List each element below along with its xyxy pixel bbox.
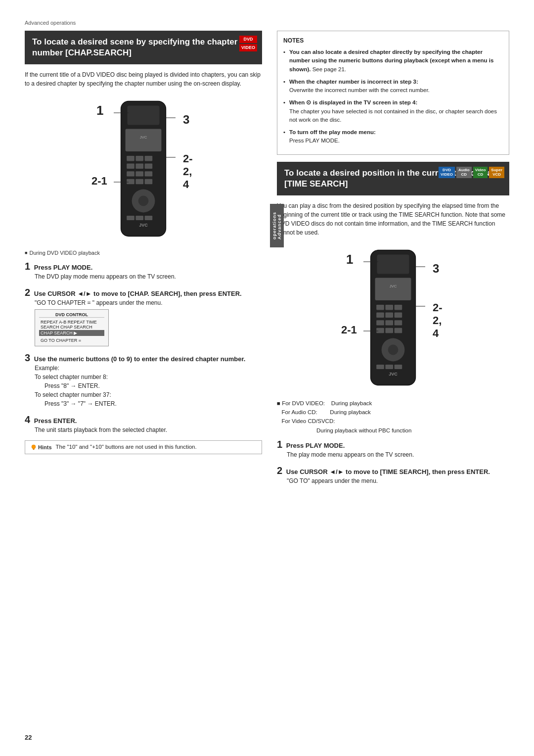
svg-rect-38: [376, 320, 384, 325]
hints-icon: [30, 444, 37, 451]
right-intro-text: You can play a disc from the desired pos…: [277, 201, 509, 237]
label-1-right: 1: [346, 252, 353, 267]
svg-rect-35: [376, 312, 384, 317]
svg-rect-18: [127, 216, 134, 220]
svg-point-26: [32, 445, 36, 449]
step-1-right: 1 Press PLAY MODE. The play mode menu ap…: [277, 439, 509, 459]
svg-rect-2: [126, 129, 162, 152]
dvd-video-badge-r: DVDVIDEO: [439, 167, 455, 178]
note-item-4: To turn off the play mode menu: Press PL…: [283, 128, 503, 145]
svg-rect-36: [385, 312, 393, 317]
svg-text:JVC: JVC: [389, 372, 398, 377]
step-1-left: 1 Press PLAY MODE. The DVD play mode men…: [25, 261, 262, 281]
side-tab: Advanced operations: [270, 204, 284, 247]
svg-rect-37: [395, 312, 402, 317]
svg-rect-30: [375, 278, 411, 300]
menu-graphic: DVD CONTROL REPEAT A-B REPEAT TIME SEARC…: [35, 309, 109, 346]
svg-rect-48: [395, 365, 402, 369]
svg-rect-10: [127, 171, 134, 176]
svg-rect-40: [395, 320, 402, 325]
svg-rect-13: [127, 179, 134, 184]
svg-point-17: [138, 196, 149, 206]
svg-rect-8: [135, 164, 143, 169]
audio-cd-badge-r: AudioCD: [456, 167, 472, 178]
dvd-video-badge2: VIDEO: [239, 44, 257, 51]
svg-rect-15: [145, 179, 153, 184]
svg-rect-5: [135, 156, 143, 161]
left-intro-text: If the current title of a DVD VIDEO disc…: [25, 70, 262, 88]
right-section-header: To locate a desired position in the curr…: [277, 162, 509, 195]
step-2-left: 2 Use CURSOR ◄/► to move to [CHAP. SEARC…: [25, 287, 262, 346]
hints-text: The "10" and "+10" buttons are not used …: [56, 444, 197, 450]
dvd-video-badge: DVD: [239, 36, 257, 43]
svg-rect-46: [376, 365, 384, 369]
svg-rect-12: [145, 171, 153, 176]
svg-rect-20: [145, 216, 153, 220]
page-number: 22: [25, 734, 32, 741]
svg-rect-42: [385, 328, 393, 332]
page: Advanced operations To locate a desired …: [0, 0, 534, 756]
hints-box: Hints The "10" and "+10" buttons are not…: [25, 440, 262, 454]
svg-text:JVC: JVC: [390, 284, 397, 288]
svg-rect-7: [127, 164, 134, 169]
remote-container-right: 1 3 2-2, 4 2-1 JVC: [361, 247, 425, 390]
breadcrumb: Advanced operations: [25, 20, 509, 26]
notes-box: NOTES You can also locate a desired chap…: [277, 31, 509, 155]
svg-rect-1: [128, 106, 160, 125]
svg-rect-41: [376, 328, 384, 332]
right-column: Advanced operations NOTES You can also l…: [277, 31, 509, 491]
svg-rect-11: [135, 171, 143, 176]
svg-rect-33: [385, 305, 393, 310]
remote-svg-left: JVC: [111, 98, 176, 239]
remote-wrapper-right: 1 3 2-2, 4 2-1 JVC: [277, 242, 509, 395]
remote-wrapper-left: 1 3 2-2, 4 2-1 JVC: [25, 93, 262, 246]
label-22-4-left: 2-2, 4: [183, 152, 193, 191]
playback-details: ■ For DVD VIDEO: During playback For Aud…: [277, 399, 509, 435]
svg-rect-19: [135, 216, 143, 220]
step-4-detail: The unit starts playback from the select…: [35, 425, 262, 434]
svg-text:JVC: JVC: [140, 135, 147, 140]
step-1-right-detail: The play mode menu appears on the TV scr…: [287, 450, 509, 459]
svg-rect-32: [376, 305, 384, 310]
svg-rect-29: [377, 254, 409, 274]
left-section-header: To locate a desired scene by specifying …: [25, 31, 262, 64]
note-item-2: When the chapter number is incorrect in …: [283, 78, 503, 95]
video-cd-badge-r: VideoCD: [473, 167, 488, 178]
hints-label: Hints: [30, 444, 52, 451]
remote-container-left: 1 3 2-2, 4 2-1 JVC: [111, 98, 176, 241]
svg-rect-43: [395, 328, 402, 332]
step-2-detail: "GO TO CHAPTER = " appears under the men…: [35, 298, 262, 307]
svg-rect-14: [135, 179, 143, 184]
badge-row-left: DVD VIDEO: [239, 36, 257, 51]
badge-row-right: DVDVIDEO AudioCD VideoCD SuperVCD: [439, 167, 504, 178]
svg-text:JVC: JVC: [139, 223, 148, 228]
notes-list: You can also locate a desired chapter di…: [283, 48, 503, 145]
label-3-left: 3: [183, 113, 189, 127]
playback-label-left: During DVD VIDEO playback: [25, 250, 262, 256]
svg-rect-6: [145, 156, 153, 161]
note-item-3: When ⊙ is displayed in the TV screen in …: [283, 98, 503, 124]
label-21-right: 2-1: [341, 324, 357, 336]
step-3-left: 3 Use the numeric buttons (0 to 9) to en…: [25, 352, 262, 408]
label-22-4-right: 2-2, 4: [433, 301, 443, 340]
step-2-right: 2 Use CURSOR ◄/► to move to [TIME SEARCH…: [277, 465, 509, 485]
label-21-left: 2-1: [91, 175, 107, 188]
super-vcd-badge-r: SuperVCD: [489, 167, 504, 178]
notes-title: NOTES: [283, 36, 503, 45]
svg-rect-4: [127, 156, 134, 161]
svg-rect-47: [385, 365, 393, 369]
step-2-right-detail: "GO TO" appears under the menu.: [287, 476, 509, 485]
svg-rect-9: [145, 164, 153, 169]
label-3-right: 3: [433, 262, 439, 276]
svg-rect-34: [395, 305, 402, 310]
svg-rect-39: [385, 320, 393, 325]
note-item-1: You can also locate a desired chapter di…: [283, 48, 503, 74]
label-1-left: 1: [96, 103, 103, 118]
step-1-detail: The DVD play mode menu appears on the TV…: [35, 272, 262, 281]
remote-svg-right: JVC: [361, 247, 425, 388]
left-column: To locate a desired scene by specifying …: [25, 31, 262, 491]
step-4-left: 4 Press ENTER. The unit starts playback …: [25, 414, 262, 434]
svg-point-45: [388, 344, 399, 355]
svg-rect-27: [33, 449, 35, 450]
